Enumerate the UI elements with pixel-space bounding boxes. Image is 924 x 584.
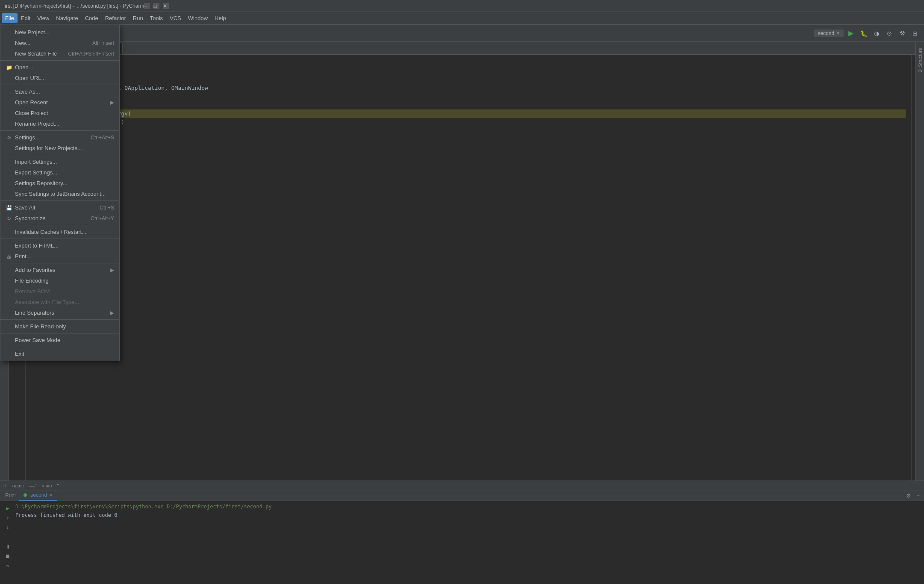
dd-new-project[interactable]: New Project... <box>0 27 119 38</box>
run-config-selector[interactable]: second ▼ <box>814 29 844 37</box>
dd-synchronize[interactable]: ↻ Synchronize Ctrl+Alt+Y <box>0 213 119 224</box>
run-close-btn[interactable]: − <box>914 492 922 500</box>
dd-file-encoding[interactable]: File Encoding <box>0 275 119 286</box>
dd-sep-3 <box>0 130 119 131</box>
dd-export-html[interactable]: Export to HTML... <box>0 240 119 251</box>
dd-export-label: Export Settings... <box>15 169 57 176</box>
dd-add-favorites[interactable]: Add to Favorites ▶ <box>0 265 119 275</box>
run-stop-btn[interactable]: ⏹ <box>4 552 12 560</box>
dd-sync-settings[interactable]: Sync Settings to JetBrains Account... <box>0 189 119 199</box>
dd-add-favorites-label: Add to Favorites <box>15 267 56 273</box>
menu-edit[interactable]: Edit <box>18 13 34 23</box>
dd-associate-file-type: Associate with File Type... <box>0 297 119 307</box>
menu-file[interactable]: File <box>2 13 18 23</box>
dd-open-recent[interactable]: Open Recent ▶ <box>0 97 119 108</box>
run-up-btn[interactable]: ↑ <box>4 514 12 522</box>
menu-tools[interactable]: Tools <box>147 13 166 23</box>
dd-print-label: Print... <box>15 253 31 260</box>
dd-line-separators[interactable]: Line Separators ▶ <box>0 307 119 318</box>
dd-open-url[interactable]: Open URL... <box>0 73 119 83</box>
close-button[interactable]: ✕ <box>163 3 169 9</box>
dd-new-scratch[interactable]: New Scratch File Ctrl+Alt+Shift+Insert <box>0 48 119 59</box>
dd-make-readonly-label: Make File Read-only <box>15 323 66 330</box>
status-bar: if __name__=="__main__" <box>0 481 924 490</box>
dd-sep-8 <box>0 263 119 263</box>
dd-settings-repo[interactable]: Settings Repository... <box>0 178 119 189</box>
print-icon: 🖨 <box>6 254 12 260</box>
run-path-text: D:\PycharmProjects\first\venv\Scripts\py… <box>15 504 921 510</box>
dd-new-scratch-label: New Scratch File <box>15 50 57 57</box>
code-line-1: import sys <box>31 58 906 67</box>
code-line-9: ui=first.Ui_Form() <box>31 127 906 135</box>
code-line-5 <box>31 92 906 101</box>
dd-sync-settings-label: Sync Settings to JetBrains Account... <box>15 191 106 197</box>
dd-invalidate-caches[interactable]: Invalidate Caches / Restart... <box>0 227 119 237</box>
run-output: D:\PycharmProjects\first\venv\Scripts\py… <box>12 504 921 584</box>
dd-power-save-label: Power Save Mode <box>15 337 60 343</box>
run-config-chevron: ▼ <box>836 31 840 35</box>
run-label: Run: <box>2 493 19 498</box>
structure-label-text: 2: Structure <box>918 48 923 72</box>
dd-save-as[interactable]: Save As... <box>0 86 119 97</box>
debug-button[interactable]: 🐛 <box>858 28 869 39</box>
coverage-button[interactable]: ◑ <box>871 28 882 39</box>
menu-window[interactable]: Window <box>185 13 211 23</box>
menu-view[interactable]: View <box>34 13 53 23</box>
dd-new[interactable]: New... Alt+Insert <box>0 38 119 48</box>
bottom-tabs: Run: second ✕ ⚙ − <box>0 490 924 501</box>
code-line-10: ui.setupUi(mainWindow) <box>31 135 906 144</box>
dd-invalidate-label: Invalidate Caches / Restart... <box>15 229 86 235</box>
structure-label[interactable]: 2: Structure <box>918 44 923 76</box>
dd-new-shortcut: Alt+Insert <box>92 40 114 46</box>
dd-rename-project[interactable]: Rename Project... <box>0 118 119 129</box>
dd-sep-2 <box>0 85 119 85</box>
close-run-tab[interactable]: ✕ <box>49 493 53 498</box>
title-bar-text: first [D:\PycharmProjects\first] – ...\s… <box>3 3 144 9</box>
dd-close-project[interactable]: Close Project <box>0 108 119 118</box>
maximize-button[interactable]: □ <box>153 3 159 9</box>
minimize-button[interactable]: – <box>144 3 150 9</box>
dd-settings-new-projects[interactable]: Settings for New Projects... <box>0 143 119 153</box>
dd-make-readonly[interactable]: Make File Read-only <box>0 321 119 332</box>
run-play-btn[interactable]: ▶ <box>4 504 12 512</box>
build-button[interactable]: ⚒ <box>897 28 908 39</box>
dd-print[interactable]: 🖨 Print... <box>0 251 119 262</box>
more-toolbar-btn[interactable]: ⊟ <box>909 28 921 39</box>
title-bar-controls[interactable]: – □ ✕ <box>144 3 169 9</box>
dd-power-save[interactable]: Power Save Mode <box>0 335 119 345</box>
file-dropdown-menu: New Project... New... Alt+Insert New Scr… <box>0 25 120 361</box>
dd-remove-bom: Remove BOM <box>0 286 119 297</box>
menu-help[interactable]: Help <box>211 13 230 23</box>
menu-navigate[interactable]: Navigate <box>53 13 81 23</box>
menu-run[interactable]: Run <box>129 13 147 23</box>
code-editor[interactable]: 1 2 3 4 5 6 7 8 9 10 11 12 import sys im… <box>9 55 915 481</box>
dd-settings[interactable]: ⚙ Settings... Ctrl+Alt+S <box>0 132 119 143</box>
code-line-4: from PyQt5.QtWidgets import QApplication… <box>31 84 906 92</box>
dd-exit[interactable]: Exit <box>0 348 119 359</box>
run-rerun-btn[interactable]: ↻ <box>4 562 12 569</box>
dd-open-recent-label: Open Recent <box>15 99 48 106</box>
run-settings-btn[interactable]: ⚙ <box>903 492 914 500</box>
dd-settings-new-label: Settings for New Projects... <box>15 145 82 151</box>
dd-open[interactable]: 📁 Open... <box>0 62 119 73</box>
dd-file-encoding-label: File Encoding <box>15 277 49 284</box>
dd-import-settings[interactable]: Import Settings... <box>0 156 119 167</box>
run-tab-second[interactable]: second ✕ <box>19 490 57 501</box>
editor-region: ◀ ▷ ◧ ◀ ⚙ − py first.py ✕ py second.py ✕ <box>0 42 924 481</box>
code-content[interactable]: import sys import first from PyQt5.QtWid… <box>26 55 911 481</box>
editor-inner: 1 2 3 4 5 6 7 8 9 10 11 12 import sys im… <box>9 55 915 481</box>
run-wrap-btn[interactable]: ≡ <box>4 581 12 584</box>
dd-save-all[interactable]: 💾 Save All Ctrl+S <box>0 202 119 213</box>
dd-associate-label: Associate with File Type... <box>15 299 79 305</box>
run-button[interactable]: ▶ <box>845 28 856 39</box>
dd-open-label: Open... <box>15 64 33 71</box>
menu-code[interactable]: Code <box>82 13 102 23</box>
menu-refactor[interactable]: Refactor <box>102 13 129 23</box>
dd-new-project-label: New Project... <box>15 29 50 35</box>
run-pause-btn[interactable]: ⏸ <box>4 543 12 551</box>
profile-button[interactable]: ⊙ <box>884 28 895 39</box>
dd-export-settings[interactable]: Export Settings... <box>0 167 119 178</box>
menu-vcs[interactable]: VCS <box>166 13 185 23</box>
run-down-btn[interactable]: ↓ <box>4 523 12 531</box>
breadcrumb-text: if __name__=="__main__" <box>3 483 59 488</box>
